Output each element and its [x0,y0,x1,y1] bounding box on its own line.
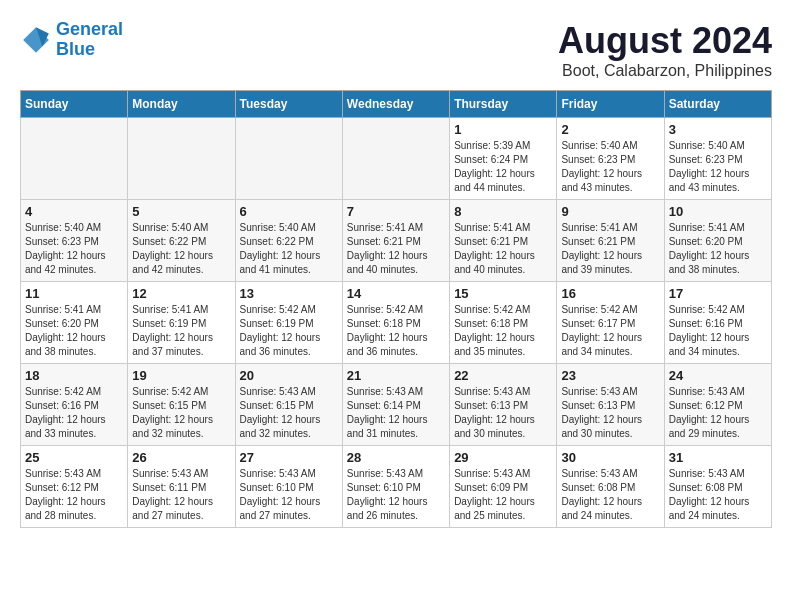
day-info: Sunrise: 5:43 AM Sunset: 6:10 PM Dayligh… [240,467,338,523]
day-info: Sunrise: 5:42 AM Sunset: 6:18 PM Dayligh… [454,303,552,359]
day-info: Sunrise: 5:42 AM Sunset: 6:15 PM Dayligh… [132,385,230,441]
week-row-4: 25Sunrise: 5:43 AM Sunset: 6:12 PM Dayli… [21,446,772,528]
calendar-cell: 29Sunrise: 5:43 AM Sunset: 6:09 PM Dayli… [450,446,557,528]
day-number: 15 [454,286,552,301]
header-monday: Monday [128,91,235,118]
week-row-2: 11Sunrise: 5:41 AM Sunset: 6:20 PM Dayli… [21,282,772,364]
calendar-cell: 5Sunrise: 5:40 AM Sunset: 6:22 PM Daylig… [128,200,235,282]
day-info: Sunrise: 5:42 AM Sunset: 6:18 PM Dayligh… [347,303,445,359]
calendar-cell: 7Sunrise: 5:41 AM Sunset: 6:21 PM Daylig… [342,200,449,282]
day-number: 17 [669,286,767,301]
day-number: 1 [454,122,552,137]
day-number: 2 [561,122,659,137]
day-info: Sunrise: 5:43 AM Sunset: 6:12 PM Dayligh… [669,385,767,441]
day-number: 20 [240,368,338,383]
day-number: 16 [561,286,659,301]
day-info: Sunrise: 5:43 AM Sunset: 6:08 PM Dayligh… [669,467,767,523]
day-info: Sunrise: 5:40 AM Sunset: 6:23 PM Dayligh… [669,139,767,195]
header-row: SundayMondayTuesdayWednesdayThursdayFrid… [21,91,772,118]
calendar-table: SundayMondayTuesdayWednesdayThursdayFrid… [20,90,772,528]
calendar-cell: 8Sunrise: 5:41 AM Sunset: 6:21 PM Daylig… [450,200,557,282]
day-number: 23 [561,368,659,383]
calendar-cell: 16Sunrise: 5:42 AM Sunset: 6:17 PM Dayli… [557,282,664,364]
day-number: 11 [25,286,123,301]
day-info: Sunrise: 5:42 AM Sunset: 6:19 PM Dayligh… [240,303,338,359]
day-number: 29 [454,450,552,465]
day-info: Sunrise: 5:42 AM Sunset: 6:16 PM Dayligh… [25,385,123,441]
day-number: 9 [561,204,659,219]
day-info: Sunrise: 5:41 AM Sunset: 6:21 PM Dayligh… [561,221,659,277]
day-number: 24 [669,368,767,383]
day-info: Sunrise: 5:42 AM Sunset: 6:17 PM Dayligh… [561,303,659,359]
week-row-3: 18Sunrise: 5:42 AM Sunset: 6:16 PM Dayli… [21,364,772,446]
day-number: 3 [669,122,767,137]
calendar-cell: 23Sunrise: 5:43 AM Sunset: 6:13 PM Dayli… [557,364,664,446]
calendar-cell: 4Sunrise: 5:40 AM Sunset: 6:23 PM Daylig… [21,200,128,282]
calendar-cell: 30Sunrise: 5:43 AM Sunset: 6:08 PM Dayli… [557,446,664,528]
day-number: 7 [347,204,445,219]
header-friday: Friday [557,91,664,118]
calendar-cell: 1Sunrise: 5:39 AM Sunset: 6:24 PM Daylig… [450,118,557,200]
header-tuesday: Tuesday [235,91,342,118]
day-info: Sunrise: 5:41 AM Sunset: 6:19 PM Dayligh… [132,303,230,359]
page-header: General Blue August 2024 Boot, Calabarzo… [20,20,772,80]
day-info: Sunrise: 5:43 AM Sunset: 6:13 PM Dayligh… [454,385,552,441]
calendar-cell: 13Sunrise: 5:42 AM Sunset: 6:19 PM Dayli… [235,282,342,364]
subtitle: Boot, Calabarzon, Philippines [558,62,772,80]
calendar-cell: 24Sunrise: 5:43 AM Sunset: 6:12 PM Dayli… [664,364,771,446]
calendar-cell: 25Sunrise: 5:43 AM Sunset: 6:12 PM Dayli… [21,446,128,528]
day-info: Sunrise: 5:43 AM Sunset: 6:10 PM Dayligh… [347,467,445,523]
calendar-cell: 20Sunrise: 5:43 AM Sunset: 6:15 PM Dayli… [235,364,342,446]
calendar-cell: 6Sunrise: 5:40 AM Sunset: 6:22 PM Daylig… [235,200,342,282]
day-number: 8 [454,204,552,219]
logo-icon [20,24,52,56]
day-number: 26 [132,450,230,465]
calendar-cell [235,118,342,200]
day-info: Sunrise: 5:40 AM Sunset: 6:23 PM Dayligh… [561,139,659,195]
calendar-cell [342,118,449,200]
day-info: Sunrise: 5:40 AM Sunset: 6:22 PM Dayligh… [240,221,338,277]
day-number: 12 [132,286,230,301]
day-number: 27 [240,450,338,465]
day-number: 21 [347,368,445,383]
day-number: 30 [561,450,659,465]
day-number: 6 [240,204,338,219]
main-title: August 2024 [558,20,772,62]
day-number: 4 [25,204,123,219]
calendar-cell: 15Sunrise: 5:42 AM Sunset: 6:18 PM Dayli… [450,282,557,364]
calendar-cell [128,118,235,200]
calendar-cell: 14Sunrise: 5:42 AM Sunset: 6:18 PM Dayli… [342,282,449,364]
week-row-1: 4Sunrise: 5:40 AM Sunset: 6:23 PM Daylig… [21,200,772,282]
day-info: Sunrise: 5:43 AM Sunset: 6:12 PM Dayligh… [25,467,123,523]
day-number: 10 [669,204,767,219]
day-number: 13 [240,286,338,301]
calendar-cell: 17Sunrise: 5:42 AM Sunset: 6:16 PM Dayli… [664,282,771,364]
day-info: Sunrise: 5:42 AM Sunset: 6:16 PM Dayligh… [669,303,767,359]
day-number: 18 [25,368,123,383]
calendar-cell: 22Sunrise: 5:43 AM Sunset: 6:13 PM Dayli… [450,364,557,446]
header-sunday: Sunday [21,91,128,118]
day-number: 28 [347,450,445,465]
calendar-cell: 26Sunrise: 5:43 AM Sunset: 6:11 PM Dayli… [128,446,235,528]
calendar-cell: 12Sunrise: 5:41 AM Sunset: 6:19 PM Dayli… [128,282,235,364]
day-info: Sunrise: 5:43 AM Sunset: 6:09 PM Dayligh… [454,467,552,523]
header-thursday: Thursday [450,91,557,118]
week-row-0: 1Sunrise: 5:39 AM Sunset: 6:24 PM Daylig… [21,118,772,200]
day-number: 19 [132,368,230,383]
day-info: Sunrise: 5:40 AM Sunset: 6:22 PM Dayligh… [132,221,230,277]
day-info: Sunrise: 5:43 AM Sunset: 6:13 PM Dayligh… [561,385,659,441]
calendar-cell: 21Sunrise: 5:43 AM Sunset: 6:14 PM Dayli… [342,364,449,446]
calendar-cell: 18Sunrise: 5:42 AM Sunset: 6:16 PM Dayli… [21,364,128,446]
day-info: Sunrise: 5:39 AM Sunset: 6:24 PM Dayligh… [454,139,552,195]
day-info: Sunrise: 5:41 AM Sunset: 6:20 PM Dayligh… [25,303,123,359]
day-info: Sunrise: 5:43 AM Sunset: 6:08 PM Dayligh… [561,467,659,523]
calendar-cell: 28Sunrise: 5:43 AM Sunset: 6:10 PM Dayli… [342,446,449,528]
calendar-cell: 11Sunrise: 5:41 AM Sunset: 6:20 PM Dayli… [21,282,128,364]
calendar-cell: 27Sunrise: 5:43 AM Sunset: 6:10 PM Dayli… [235,446,342,528]
title-block: August 2024 Boot, Calabarzon, Philippine… [558,20,772,80]
day-number: 5 [132,204,230,219]
calendar-cell: 9Sunrise: 5:41 AM Sunset: 6:21 PM Daylig… [557,200,664,282]
day-info: Sunrise: 5:41 AM Sunset: 6:21 PM Dayligh… [347,221,445,277]
day-number: 31 [669,450,767,465]
calendar-cell: 3Sunrise: 5:40 AM Sunset: 6:23 PM Daylig… [664,118,771,200]
